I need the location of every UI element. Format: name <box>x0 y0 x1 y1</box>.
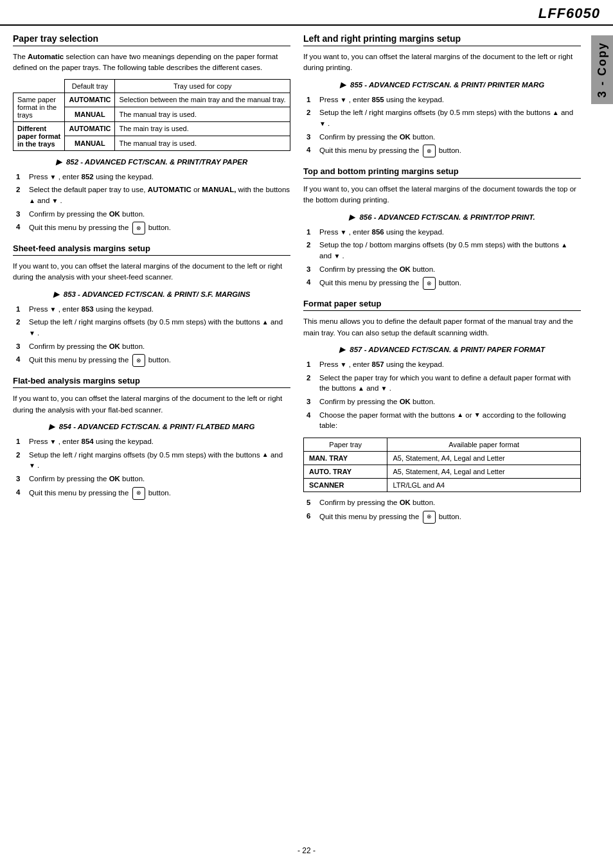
format-table: Paper tray Available paper format MAN. T… <box>303 438 581 492</box>
cmd-855: ▶ 855 - ADVANCED FCT/SCAN. & PRINT/ PRIN… <box>303 80 581 89</box>
step-1: 1 Press ▼ , enter 854 using the keypad. <box>16 436 290 447</box>
step-1: 1 Press ▼ , enter 855 using the keypad. <box>306 94 581 105</box>
step-3: 3 Confirm by pressing the OK button. <box>16 209 290 220</box>
tray-table: Default tray Tray used for copy Same pap… <box>13 79 290 151</box>
section-tb-title: Top and bottom printing margins setup <box>303 166 581 179</box>
steps-853: 1 Press ▼ , enter 853 using the keypad. … <box>16 304 290 368</box>
side-tab: 3 - Copy <box>591 35 613 104</box>
cmd-852: ▶ 852 - ADVANCED FCT/SCAN. & PRINT/TRAY … <box>13 157 290 166</box>
right-column: Left and right printing margins setup If… <box>303 33 581 530</box>
steps-852: 1 Press ▼ , enter 852 using the keypad. … <box>16 172 290 235</box>
step-2: 2 Setup the left / right margins offsets… <box>16 450 290 471</box>
step-3: 3 Confirm by pressing the OK button. <box>306 264 581 275</box>
step-2: 2 Setup the left / right margins offsets… <box>16 317 290 338</box>
step-4: 4 Quit this menu by pressing the ⊗ butto… <box>16 354 290 367</box>
cell-main-tray: The main tray is used. <box>115 121 290 136</box>
step-1: 1 Press ▼ , enter 857 using the keypad. <box>306 359 581 370</box>
row-same-paper: Same paperformat in thetrays <box>13 93 65 121</box>
left-column: Paper tray selection The Automatic selec… <box>13 33 290 530</box>
row-different-paper: Differentpaper formatin the trays <box>13 121 65 150</box>
step-4: 4 Choose the paper format with the butto… <box>306 410 581 431</box>
steps-855: 1 Press ▼ , enter 855 using the keypad. … <box>306 94 581 158</box>
stop-icon: ⊗ <box>423 145 436 157</box>
section-paper-tray: Paper tray selection The Automatic selec… <box>13 33 290 235</box>
step-1: 1 Press ▼ , enter 852 using the keypad. <box>16 172 290 182</box>
main-content: Paper tray selection The Automatic selec… <box>0 27 613 543</box>
section-flatbed-title: Flat-bed analysis margins setup <box>13 376 290 388</box>
section-paper-tray-intro: The Automatic selection can have two mea… <box>13 51 290 74</box>
step-5: 5 Confirm by pressing the OK button. <box>306 497 581 508</box>
step-1: 1 Press ▼ , enter 856 using the keypad. <box>306 227 581 238</box>
step-2: 2 Setup the left / right margins offsets… <box>306 107 581 128</box>
section-lr-intro: If you want to, you can offset the later… <box>303 51 581 74</box>
cmd-856: ▶ 856 - ADVANCED FCT/SCAN. & PRINT/TOP P… <box>303 213 581 222</box>
cmd-arrow-icon: ▶ <box>339 346 345 353</box>
cell-manual-used-2: The manual tray is used. <box>115 136 290 151</box>
table-row: MAN. TRAY A5, Statement, A4, Legal and L… <box>304 451 581 465</box>
step-4: 4 Quit this menu by pressing the ⊗ butto… <box>16 222 290 235</box>
step-4: 4 Quit this menu by pressing the ⊗ butto… <box>16 487 290 500</box>
section-flatbed-intro: If you want to, you can offset the later… <box>13 393 290 416</box>
cell-automatic-1: AUTOMATIC <box>65 93 115 107</box>
cell-scanner-format: LTR/LGL and A4 <box>387 478 581 492</box>
col-paper-tray: Paper tray <box>304 438 387 451</box>
table-row: SCANNER LTR/LGL and A4 <box>304 478 581 492</box>
cell-man-tray: MAN. TRAY <box>304 451 387 465</box>
stop-icon: ⊗ <box>423 277 436 290</box>
section-tb-margins: Top and bottom printing margins setup If… <box>303 166 581 290</box>
section-sheetfeed: Sheet-feed analysis margins setup If you… <box>13 244 290 367</box>
step-1: 1 Press ▼ , enter 853 using the keypad. <box>16 304 290 315</box>
step-4: 4 Quit this menu by pressing the ⊗ butto… <box>306 145 581 157</box>
section-flatbed: Flat-bed analysis margins setup If you w… <box>13 376 290 499</box>
steps-857-before: 1 Press ▼ , enter 857 using the keypad. … <box>306 359 581 431</box>
step-3: 3 Confirm by pressing the OK button. <box>306 132 581 143</box>
col-tray-used: Tray used for copy <box>115 79 290 93</box>
cell-scanner: SCANNER <box>304 478 387 492</box>
step-2: 2 Select the paper tray for which you wa… <box>306 373 581 394</box>
cell-man-format: A5, Statement, A4, Legal and Letter <box>387 451 581 465</box>
col-available-format: Available paper format <box>387 438 581 451</box>
section-sheetfeed-intro: If you want to, you can offset the later… <box>13 261 290 283</box>
cell-automatic-2: AUTOMATIC <box>65 121 115 136</box>
stop-icon: ⊗ <box>132 354 145 367</box>
cmd-854: ▶ 854 - ADVANCED FCT/SCAN. & PRINT/ FLAT… <box>13 422 290 431</box>
section-paper-tray-title: Paper tray selection <box>13 33 290 46</box>
step-3: 3 Confirm by pressing the OK button. <box>16 341 290 352</box>
steps-856: 1 Press ▼ , enter 856 using the keypad. … <box>306 227 581 290</box>
cell-selection: Selection between the main tray and the … <box>115 93 290 107</box>
section-tb-intro: If you want to, you can offset the later… <box>303 184 581 206</box>
section-lr-title: Left and right printing margins setup <box>303 33 581 46</box>
cmd-857: ▶ 857 - ADVANCED FCT/SCAN. & PRINT/ PAPE… <box>303 345 581 354</box>
model-title: LFF6050 <box>538 5 600 22</box>
stop-icon: ⊗ <box>423 511 436 524</box>
cmd-arrow-icon: ▶ <box>53 290 59 298</box>
section-sheetfeed-title: Sheet-feed analysis margins setup <box>13 244 290 256</box>
cmd-853: ▶ 853 - ADVANCED FCT/SCAN. & PRINT/ S.F.… <box>13 290 290 299</box>
page: LFF6050 3 - Copy Paper tray selection Th… <box>0 0 613 868</box>
side-tab-label: 3 - Copy <box>596 42 609 98</box>
cell-manual-2: MANUAL <box>65 136 115 151</box>
stop-icon: ⊗ <box>132 222 145 235</box>
section-lr-margins: Left and right printing margins setup If… <box>303 33 581 157</box>
table-row: AUTO. TRAY A5, Statement, A4, Legal and … <box>304 465 581 478</box>
section-format-intro: This menu allows you to define the defau… <box>303 316 581 339</box>
steps-854: 1 Press ▼ , enter 854 using the keypad. … <box>16 436 290 500</box>
step-6: 6 Quit this menu by pressing the ⊗ butto… <box>306 511 581 524</box>
step-3: 3 Confirm by pressing the OK button. <box>16 474 290 484</box>
section-format-title: Format paper setup <box>303 299 581 311</box>
cell-auto-format: A5, Statement, A4, Legal and Letter <box>387 465 581 478</box>
cmd-arrow-icon: ▶ <box>49 423 55 430</box>
cell-manual-used-1: The manual tray is used. <box>115 107 290 122</box>
cmd-arrow-icon: ▶ <box>340 81 346 89</box>
step-3: 3 Confirm by pressing the OK button. <box>306 396 581 407</box>
cmd-arrow-icon: ▶ <box>56 158 62 166</box>
table-row: Same paperformat in thetrays AUTOMATIC S… <box>13 93 290 107</box>
table-row: Differentpaper formatin the trays AUTOMA… <box>13 121 290 136</box>
steps-857-after: 5 Confirm by pressing the OK button. 6 Q… <box>306 497 581 524</box>
cell-manual-1: MANUAL <box>65 107 115 122</box>
top-header: LFF6050 <box>0 0 613 26</box>
cell-auto-tray: AUTO. TRAY <box>304 465 387 478</box>
step-4: 4 Quit this menu by pressing the ⊗ butto… <box>306 277 581 290</box>
step-2: 2 Select the default paper tray to use, … <box>16 184 290 206</box>
page-number: - 22 - <box>298 846 315 855</box>
